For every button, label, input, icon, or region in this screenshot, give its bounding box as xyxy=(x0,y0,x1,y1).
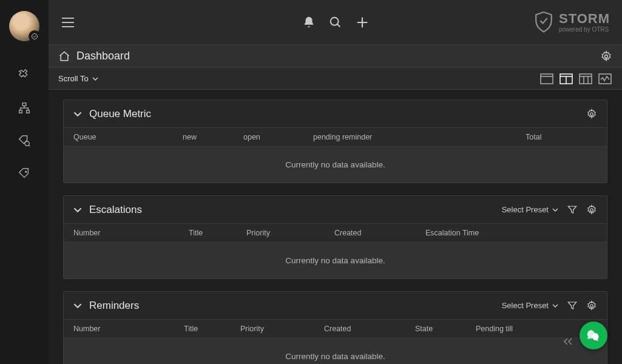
svg-rect-2 xyxy=(19,110,22,113)
svg-rect-1 xyxy=(22,103,26,106)
col: Priority xyxy=(246,229,334,237)
layout-2col-button[interactable] xyxy=(559,72,573,86)
col: Queue xyxy=(73,133,183,141)
collapse-icon[interactable] xyxy=(73,206,82,214)
gear-icon[interactable] xyxy=(586,204,597,215)
home-icon[interactable] xyxy=(58,50,70,62)
page-title: Dashboard xyxy=(76,50,130,62)
panel-title: Queue Metric xyxy=(89,108,151,120)
preset-label: Select Preset xyxy=(502,205,549,214)
sidebar-item-search-tag[interactable] xyxy=(12,129,36,153)
layout-activity-button[interactable] xyxy=(598,72,612,86)
main-area: STORM powered by OTRS Dashboard Scroll T… xyxy=(49,0,622,364)
col: State xyxy=(415,325,476,333)
col: Pending till xyxy=(476,325,597,333)
col: Number xyxy=(73,229,189,237)
brand-name: STORM xyxy=(559,12,610,25)
svg-point-14 xyxy=(590,304,593,307)
filter-icon[interactable] xyxy=(567,204,578,215)
pager xyxy=(563,337,573,346)
breadcrumb: Dashboard xyxy=(49,45,622,68)
chevron-down-icon xyxy=(92,76,98,82)
empty-message: Currently no data available. xyxy=(64,339,607,364)
panel-title: Escalations xyxy=(89,204,142,216)
gear-icon[interactable] xyxy=(586,300,597,311)
pager-prev-icon[interactable] xyxy=(563,337,573,346)
filter-icon[interactable] xyxy=(567,300,578,311)
sidebar-item-favorite[interactable] xyxy=(12,63,36,87)
sidebar-item-tag[interactable] xyxy=(12,161,36,186)
svg-point-5 xyxy=(25,171,27,172)
plus-icon[interactable] xyxy=(356,16,369,29)
collapse-icon[interactable] xyxy=(73,110,82,118)
svg-rect-3 xyxy=(27,110,30,113)
empty-message: Currently no data available. xyxy=(64,147,607,183)
col: open xyxy=(243,133,313,141)
panel-queue-metric: Queue Metric Queue new open pending remi… xyxy=(63,99,607,183)
column-headers: Queue new open pending reminder Total xyxy=(64,128,607,147)
chevron-down-icon xyxy=(552,303,558,309)
col: pending reminder xyxy=(313,133,526,141)
brand-logo: STORM powered by OTRS xyxy=(533,10,610,35)
col: Created xyxy=(324,325,415,333)
svg-point-13 xyxy=(590,208,593,211)
svg-point-12 xyxy=(590,112,593,115)
col: Title xyxy=(189,229,246,237)
svg-rect-8 xyxy=(541,74,553,84)
scroll-to-dropdown[interactable]: Scroll To xyxy=(58,74,98,83)
col: Priority xyxy=(240,325,324,333)
col: new xyxy=(183,133,243,141)
shield-icon xyxy=(533,10,554,35)
chat-icon xyxy=(586,328,601,343)
brand-sub: powered by OTRS xyxy=(559,27,610,33)
svg-point-7 xyxy=(605,55,608,58)
svg-point-0 xyxy=(32,34,38,39)
scroll-to-label: Scroll To xyxy=(58,74,89,83)
bell-icon[interactable] xyxy=(302,16,316,29)
col: Created xyxy=(334,229,425,237)
col: Total xyxy=(526,133,597,141)
col: Title xyxy=(184,325,240,333)
avatar[interactable] xyxy=(9,11,39,41)
search-icon[interactable] xyxy=(329,16,342,29)
empty-message: Currently no data available. xyxy=(64,243,607,278)
preset-label: Select Preset xyxy=(502,301,549,310)
content: Queue Metric Queue new open pending remi… xyxy=(49,90,622,364)
column-headers: Number Title Priority Created Escalation… xyxy=(64,224,607,243)
col: Number xyxy=(73,325,184,333)
layout-1col-button[interactable] xyxy=(539,72,554,86)
collapse-icon[interactable] xyxy=(73,302,82,310)
gear-icon[interactable] xyxy=(586,109,597,120)
panel-escalations: Escalations Select Preset Number Ti xyxy=(63,195,607,279)
svg-point-4 xyxy=(25,141,29,146)
preset-select[interactable]: Select Preset xyxy=(502,205,558,214)
chevron-down-icon xyxy=(552,207,558,213)
sidebar-item-org[interactable] xyxy=(12,96,36,120)
svg-rect-10 xyxy=(580,74,592,84)
left-sidebar xyxy=(0,0,49,364)
topbar: STORM powered by OTRS xyxy=(49,0,622,45)
chat-fab[interactable] xyxy=(580,322,607,349)
layout-3col-button[interactable] xyxy=(578,72,593,86)
preset-select[interactable]: Select Preset xyxy=(502,301,558,310)
settings-icon[interactable] xyxy=(600,50,612,62)
hamburger-icon[interactable] xyxy=(61,16,75,29)
toolbar: Scroll To xyxy=(49,68,622,90)
col: Escalation Time xyxy=(425,229,597,237)
panel-reminders: Reminders Select Preset Number Titl xyxy=(63,291,607,364)
svg-point-6 xyxy=(330,17,338,25)
column-headers: Number Title Priority Created State Pend… xyxy=(64,320,607,339)
panel-title: Reminders xyxy=(89,300,139,312)
avatar-status-icon xyxy=(29,30,41,42)
